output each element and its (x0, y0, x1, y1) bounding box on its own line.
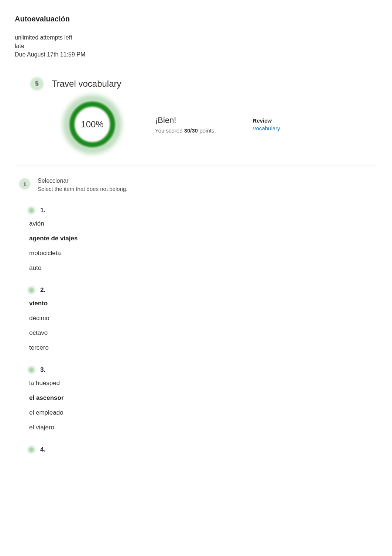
section-divider (15, 165, 377, 167)
quiz-item: 3.la huéspedel ascensorel empleadoel via… (28, 366, 377, 431)
option-item[interactable]: tercero (29, 344, 377, 351)
score-circle: 100% (66, 99, 118, 150)
option-item[interactable]: la huésped (29, 380, 377, 387)
attempts-text: unlimited attempts left (15, 34, 377, 41)
option-item[interactable]: el empleado (29, 409, 377, 416)
item-bullet-icon (28, 207, 35, 214)
review-label: Review (253, 117, 280, 124)
option-item[interactable]: auto (29, 264, 377, 272)
item-bullet-icon (28, 366, 35, 374)
option-item[interactable]: agente de viajes (29, 235, 377, 242)
option-item[interactable]: motocicleta (29, 250, 377, 257)
items-container: 1.aviónagente de viajesmotocicletaauto2.… (15, 207, 377, 453)
section-number-badge: 5 (30, 76, 44, 91)
item-number: 1. (40, 207, 45, 214)
quiz-item: 4. (28, 446, 377, 453)
score-value: 30/30 (184, 127, 198, 134)
review-block: Review Vocabulary (253, 117, 280, 131)
quiz-item: 1.aviónagente de viajesmotocicletaauto (28, 207, 377, 272)
option-item[interactable]: avión (29, 220, 377, 227)
due-date-text: Due August 17th 11:59 PM (15, 51, 377, 58)
section-header: 5 Travel vocabulary (30, 76, 377, 91)
result-score-text: You scored 30/30 points. (155, 127, 216, 134)
option-item[interactable]: décimo (29, 315, 377, 322)
item-number: 4. (40, 446, 45, 453)
page-title: Autoevaluación (15, 15, 377, 23)
question-title: Seleccionar (38, 178, 128, 184)
status-text: late (15, 43, 377, 49)
quiz-item: 2.vientodécimooctavotercero (28, 286, 377, 351)
section-title: Travel vocabulary (52, 79, 121, 89)
option-item[interactable]: el viajero (29, 424, 377, 431)
section-number: 5 (35, 80, 39, 87)
item-number: 3. (40, 366, 45, 374)
question-instructions: Select the item that does not belong. (38, 186, 128, 192)
review-vocabulary-link[interactable]: Vocabulary (253, 125, 280, 131)
result-block: ¡Bien! You scored 30/30 points. (155, 116, 216, 134)
item-bullet-icon (28, 286, 35, 294)
item-header: 2. (28, 286, 377, 294)
score-suffix: points. (198, 127, 216, 134)
summary-row: 100% ¡Bien! You scored 30/30 points. Rev… (66, 99, 377, 150)
score-percent: 100% (81, 119, 103, 130)
item-header: 4. (28, 446, 377, 453)
item-header: 1. (28, 207, 377, 214)
option-item[interactable]: el ascensor (29, 394, 377, 402)
question-number: 1 (23, 181, 26, 187)
result-heading: ¡Bien! (155, 116, 216, 125)
item-bullet-icon (28, 446, 35, 453)
question-number-badge: 1 (18, 178, 31, 190)
option-item[interactable]: viento (29, 300, 377, 307)
item-header: 3. (28, 366, 377, 374)
option-item[interactable]: octavo (29, 329, 377, 337)
score-prefix: You scored (155, 127, 184, 134)
item-number: 2. (40, 286, 45, 294)
question-header: 1 Seleccionar Select the item that does … (18, 178, 377, 192)
